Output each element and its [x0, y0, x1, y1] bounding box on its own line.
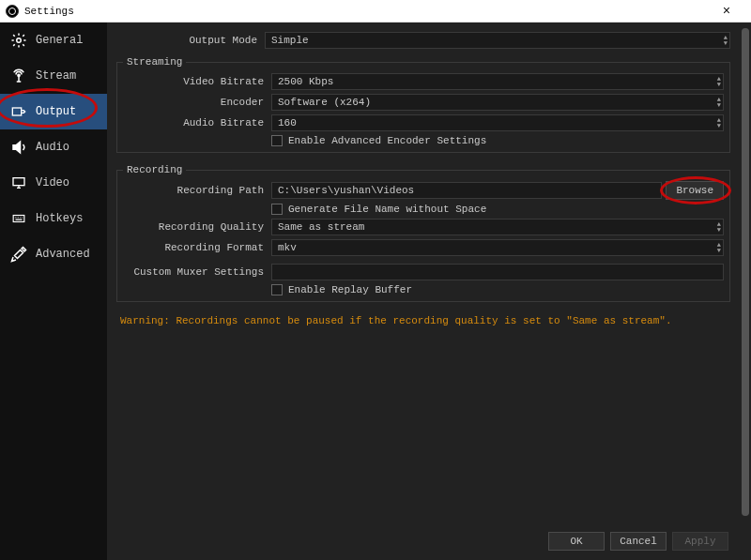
- audio-bitrate-select[interactable]: 160 ▲▼: [271, 114, 724, 131]
- scrollbar-thumb[interactable]: [742, 28, 749, 516]
- app-body: General Stream Output Audio Video Hotkey…: [0, 23, 751, 560]
- close-icon[interactable]: ×: [708, 4, 745, 19]
- recording-path-value: C:\Users\yushan\Videos: [278, 185, 414, 196]
- chevron-updown-icon: ▲▼: [717, 242, 721, 253]
- recording-path-label: Recording Path: [123, 185, 271, 196]
- footer: OK Cancel Apply: [115, 526, 742, 556]
- sidebar-item-label: Hotkeys: [36, 212, 83, 225]
- recording-path-input[interactable]: C:\Users\yushan\Videos: [271, 182, 662, 199]
- encoder-label: Encoder: [123, 97, 271, 108]
- audio-bitrate-value: 160: [278, 117, 297, 129]
- recording-quality-value: Same as stream: [278, 221, 364, 233]
- enable-advanced-row[interactable]: Enable Advanced Encoder Settings: [271, 135, 486, 146]
- recording-format-select[interactable]: mkv ▲▼: [271, 239, 724, 256]
- svg-rect-2: [12, 108, 21, 115]
- cancel-button[interactable]: Cancel: [610, 532, 667, 551]
- filename-label: Generate File Name without Space: [288, 204, 486, 215]
- output-mode-select[interactable]: Simple ▲▼: [265, 32, 730, 49]
- browse-button[interactable]: Browse: [666, 181, 724, 200]
- titlebar: Settings ×: [0, 0, 751, 23]
- chevron-updown-icon: ▲▼: [717, 97, 721, 108]
- sidebar-item-label: General: [36, 34, 83, 47]
- obs-icon: [6, 5, 19, 18]
- streaming-legend: Streaming: [123, 56, 186, 68]
- replay-label: Enable Replay Buffer: [288, 284, 412, 295]
- sidebar-item-label: Advanced: [36, 248, 90, 261]
- sidebar: General Stream Output Audio Video Hotkey…: [0, 23, 107, 560]
- output-icon: [9, 103, 28, 120]
- filename-checkbox[interactable]: [271, 204, 283, 215]
- svg-rect-4: [13, 216, 24, 222]
- window-title: Settings: [24, 6, 708, 17]
- enable-advanced-label: Enable Advanced Encoder Settings: [288, 135, 486, 146]
- replay-checkbox[interactable]: [271, 284, 283, 295]
- scrollbar[interactable]: [742, 28, 749, 516]
- muxer-input[interactable]: [271, 264, 724, 280]
- sidebar-item-general[interactable]: General: [0, 23, 107, 58]
- recording-legend: Recording: [123, 164, 186, 175]
- enable-advanced-checkbox[interactable]: [271, 135, 283, 146]
- sidebar-item-output[interactable]: Output: [0, 94, 107, 129]
- filename-row[interactable]: Generate File Name without Space: [271, 204, 486, 215]
- svg-rect-3: [13, 178, 24, 186]
- sidebar-item-label: Stream: [36, 69, 76, 83]
- video-bitrate-value: 2500 Kbps: [278, 76, 333, 87]
- antenna-icon: [9, 68, 28, 84]
- recording-format-value: mkv: [278, 242, 297, 253]
- sidebar-item-label: Output: [36, 105, 76, 118]
- recording-group: Recording Recording Path C:\Users\yushan…: [116, 164, 730, 302]
- chevron-updown-icon: ▲▼: [717, 221, 721, 233]
- svg-point-0: [17, 38, 22, 43]
- main-panel: Output Mode Simple ▲▼ Streaming Video Bi…: [107, 23, 751, 560]
- sidebar-item-audio[interactable]: Audio: [0, 129, 107, 165]
- video-bitrate-label: Video Bitrate: [123, 76, 271, 87]
- sidebar-item-video[interactable]: Video: [0, 165, 107, 201]
- replay-row[interactable]: Enable Replay Buffer: [271, 284, 412, 295]
- muxer-label: Custom Muxer Settings: [123, 266, 271, 278]
- output-mode-label: Output Mode: [116, 35, 265, 46]
- output-mode-value: Simple: [271, 35, 309, 46]
- encoder-select[interactable]: Software (x264) ▲▼: [271, 94, 724, 111]
- ok-button[interactable]: OK: [548, 532, 605, 551]
- gear-icon: [9, 32, 28, 49]
- encoder-value: Software (x264): [278, 97, 371, 108]
- speaker-icon: [9, 139, 28, 156]
- tools-icon: [9, 246, 28, 263]
- sidebar-item-label: Video: [36, 176, 69, 189]
- chevron-updown-icon: ▲▼: [724, 35, 728, 46]
- apply-button[interactable]: Apply: [672, 532, 728, 551]
- keyboard-icon: [9, 210, 28, 227]
- sidebar-item-stream[interactable]: Stream: [0, 58, 107, 94]
- recording-format-label: Recording Format: [123, 242, 271, 253]
- sidebar-item-advanced[interactable]: Advanced: [0, 236, 107, 272]
- sidebar-item-hotkeys[interactable]: Hotkeys: [0, 201, 107, 236]
- stepper-icon: ▲▼: [717, 76, 721, 87]
- audio-bitrate-label: Audio Bitrate: [123, 117, 271, 129]
- warning-text: Warning: Recordings cannot be paused if …: [115, 308, 742, 326]
- sidebar-item-label: Audio: [36, 141, 69, 154]
- video-bitrate-input[interactable]: 2500 Kbps ▲▼: [271, 73, 724, 90]
- streaming-group: Streaming Video Bitrate 2500 Kbps ▲▼ Enc…: [116, 56, 730, 153]
- chevron-updown-icon: ▲▼: [717, 117, 721, 129]
- recording-quality-select[interactable]: Same as stream ▲▼: [271, 219, 724, 235]
- recording-quality-label: Recording Quality: [123, 221, 271, 233]
- monitor-icon: [9, 174, 28, 191]
